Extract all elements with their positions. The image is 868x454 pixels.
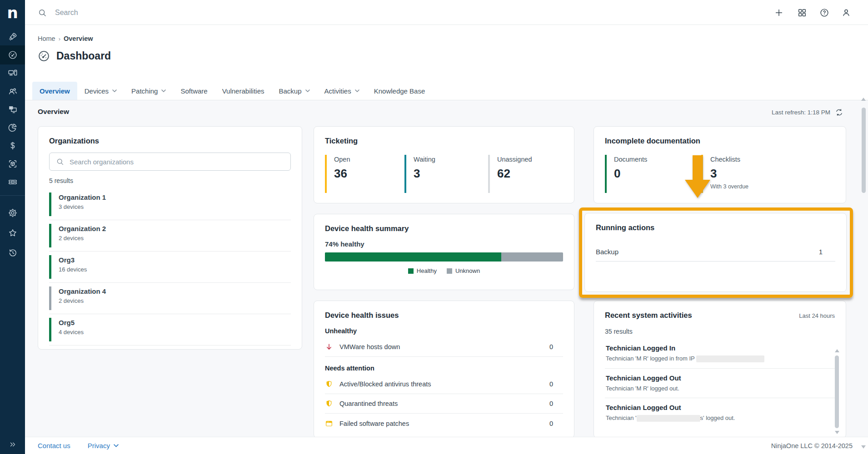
chevron-down-icon: [112, 89, 117, 92]
scroll-down-arrow[interactable]: [861, 445, 866, 449]
sidebar-expand-button[interactable]: [0, 435, 25, 454]
issue-row-failed-patches[interactable]: Failed software patches 0: [325, 414, 563, 433]
tab-devices[interactable]: Devices: [77, 82, 124, 100]
users-icon: [8, 86, 18, 96]
shield-yellow-icon: [325, 400, 333, 408]
organization-list-item[interactable]: Org5 4 devices: [49, 314, 291, 345]
health-issues-title: Device health issues: [314, 311, 574, 320]
footer: Contact us Privacy NinjaOne LLC © 2014-2…: [25, 437, 868, 454]
ticketing-unassigned-stat[interactable]: Unassigned 62: [488, 155, 561, 193]
scrollbar-thumb[interactable]: [862, 108, 866, 193]
organization-list-item[interactable]: Organization 1 3 devices: [49, 189, 291, 220]
help-button[interactable]: [815, 4, 833, 22]
sidebar-item-settings[interactable]: [0, 203, 25, 222]
apps-grid-icon: [797, 8, 807, 18]
organizations-list: Organization 1 3 devices Organization 2 …: [49, 189, 291, 345]
tab-knowledge-base[interactable]: Knowledge Base: [367, 82, 433, 100]
health-percent-label: 74% healthy: [325, 240, 563, 248]
activity-item[interactable]: Technician Logged Out Technician 's' log…: [605, 398, 835, 428]
ticketing-title: Ticketing: [325, 137, 563, 145]
tab-activities[interactable]: Activities: [317, 82, 367, 100]
documents-stat[interactable]: Documents 0: [605, 155, 691, 193]
double-chevron-right-icon: [9, 440, 17, 449]
page-title: Dashboard: [56, 50, 111, 62]
ninjaone-logo[interactable]: n: [0, 0, 25, 25]
organizations-search[interactable]: [49, 153, 291, 171]
history-clock-icon: [8, 248, 18, 258]
health-progress-fill: [325, 252, 501, 262]
search-icon: [38, 8, 47, 17]
tab-software[interactable]: Software: [173, 82, 215, 100]
sidebar-item-billing[interactable]: [0, 136, 25, 155]
unhealthy-group-header: Unhealthy: [314, 327, 574, 335]
health-progress-bar[interactable]: [325, 252, 563, 262]
checklists-stat[interactable]: Checklists 3 With 3 overdue: [701, 155, 792, 193]
profile-icon: [841, 8, 851, 18]
scrollbar-thumb[interactable]: [835, 355, 839, 428]
scroll-up-arrow[interactable]: [861, 98, 866, 101]
org-status-bar: [49, 255, 51, 279]
issue-row-antivirus[interactable]: Active/Blocked antivirus threats 0: [325, 375, 563, 394]
activity-item[interactable]: Technician Logged In Technician 'M R' lo…: [605, 339, 835, 369]
organization-list-item[interactable]: Org3 16 devices: [49, 252, 291, 283]
health-legend: Healthy Unknown: [325, 267, 563, 274]
tab-vulnerabilities[interactable]: Vulnerabilities: [215, 82, 272, 100]
sidebar-item-reports[interactable]: [0, 118, 25, 137]
scroll-up-arrow[interactable]: [835, 349, 839, 352]
sidebar-item-getting-started[interactable]: [0, 27, 25, 46]
star-icon: [8, 228, 18, 238]
healthy-legend-swatch: [408, 268, 414, 274]
tab-patching[interactable]: Patching: [124, 82, 173, 100]
checklists-overdue-note: With 3 overdue: [710, 183, 792, 190]
unknown-legend-swatch: [447, 268, 452, 274]
organizations-title: Organizations: [49, 137, 291, 145]
organization-list-item[interactable]: Organization 2 2 devices: [49, 220, 291, 252]
sidebar-item-end-users[interactable]: [0, 82, 25, 101]
devices-icon: [8, 68, 18, 78]
incomplete-documentation-card: Incomplete documentation Documents 0 Che…: [594, 126, 846, 203]
chevron-down-icon: [305, 89, 310, 92]
dollar-icon: [8, 141, 18, 151]
refresh-icon[interactable]: [835, 108, 843, 117]
breadcrumb: Home › Overview: [38, 35, 93, 42]
activities-results-count: 35 results: [605, 328, 835, 335]
breadcrumb-home[interactable]: Home: [38, 35, 55, 42]
sidebar-item-favorites[interactable]: [0, 223, 25, 242]
tab-bar: Overview Devices Patching Software Vulne…: [32, 80, 432, 100]
pie-chart-icon: [8, 123, 18, 133]
chevron-down-icon: [114, 444, 119, 447]
scroll-down-arrow[interactable]: [835, 431, 839, 434]
organizations-search-input[interactable]: [70, 158, 284, 166]
sidebar-item-history[interactable]: [0, 243, 25, 262]
patch-window-yellow-icon: [325, 419, 333, 428]
profile-button[interactable]: [837, 4, 855, 22]
issue-row-quarantined[interactable]: Quarantined threats 0: [325, 394, 563, 414]
ticketing-open-stat[interactable]: Open 36: [325, 155, 401, 193]
sidebar-item-remote-screens[interactable]: [0, 100, 25, 119]
privacy-link[interactable]: Privacy: [88, 442, 119, 449]
activities-scrollbar[interactable]: [835, 349, 839, 435]
sidebar-item-devices[interactable]: [0, 64, 25, 83]
running-action-row-backup[interactable]: Backup 1: [596, 242, 835, 261]
add-button[interactable]: [770, 4, 788, 22]
gear-icon: [8, 208, 18, 218]
sidebar-item-software-inventory[interactable]: [0, 154, 25, 173]
global-search-input[interactable]: [55, 9, 328, 17]
sidebar-item-dashboard[interactable]: [0, 45, 25, 64]
sidebar: n: [0, 0, 25, 454]
issue-row-vmware[interactable]: VMWare hosts down 0: [325, 337, 563, 357]
ticketing-waiting-stat[interactable]: Waiting 3: [404, 155, 481, 193]
page-scrollbar[interactable]: [861, 98, 867, 452]
contact-us-link[interactable]: Contact us: [38, 442, 70, 449]
breadcrumb-current: Overview: [64, 35, 93, 42]
activity-item[interactable]: Technician Logged Out Technician 'M R' l…: [605, 369, 835, 398]
org-status-bar: [49, 192, 51, 216]
organization-list-item[interactable]: Organization 4 2 devices: [49, 283, 291, 314]
sidebar-item-ticketing[interactable]: [0, 173, 25, 192]
help-icon: [819, 8, 829, 18]
apps-button[interactable]: [793, 4, 811, 22]
tab-overview[interactable]: Overview: [32, 82, 77, 100]
tab-backup[interactable]: Backup: [271, 82, 317, 100]
running-actions-title: Running actions: [596, 223, 835, 232]
breadcrumb-separator: ›: [59, 35, 60, 42]
